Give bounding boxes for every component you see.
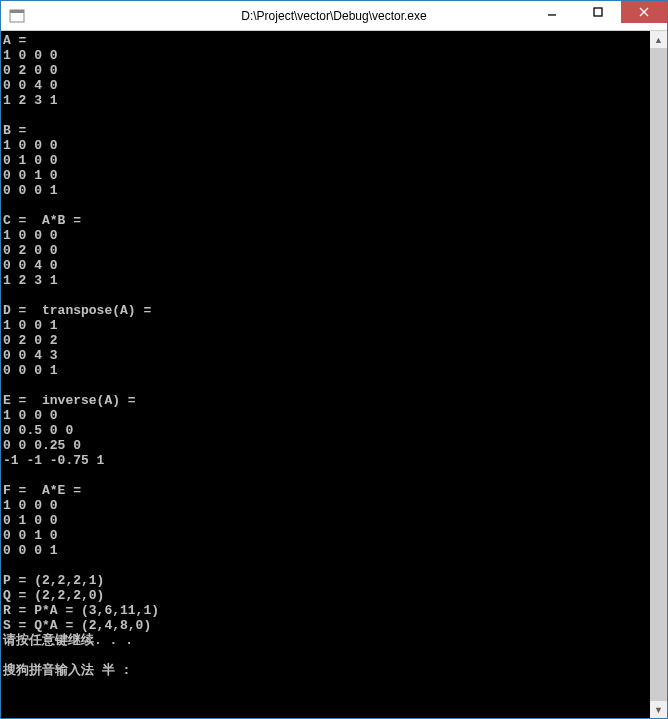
console-line: 0 2 0 0: [3, 63, 58, 78]
vertical-scrollbar[interactable]: ▲ ▼: [650, 31, 667, 718]
console-line: S = Q*A = (2,4,8,0): [3, 618, 151, 633]
console-line: A =: [3, 33, 26, 48]
scroll-thumb[interactable]: [650, 48, 667, 701]
console-window: D:\Project\vector\Debug\vector.exe A = 1…: [0, 0, 668, 719]
titlebar[interactable]: D:\Project\vector\Debug\vector.exe: [1, 1, 667, 31]
svg-rect-3: [594, 8, 602, 16]
content-wrapper: A = 1 0 0 0 0 2 0 0 0 0 4 0 1 2 3 1 B = …: [1, 31, 667, 718]
console-line: Q = (2,2,2,0): [3, 588, 104, 603]
console-line: 0 0 4 3: [3, 348, 58, 363]
console-line: 0 0 1 0: [3, 168, 58, 183]
console-line: 1 2 3 1: [3, 273, 58, 288]
console-line: 0 0 0.25 0: [3, 438, 81, 453]
console-line: D = transpose(A) =: [3, 303, 151, 318]
console-line: 0 2 0 0: [3, 243, 58, 258]
close-button[interactable]: [621, 1, 667, 23]
console-line: P = (2,2,2,1): [3, 573, 104, 588]
svg-rect-1: [10, 10, 24, 13]
console-line: 1 0 0 0: [3, 498, 58, 513]
scroll-up-button[interactable]: ▲: [650, 31, 667, 48]
minimize-button[interactable]: [529, 1, 575, 23]
ime-status: 搜狗拼音输入法 半 :: [3, 663, 130, 678]
console-line: 0 0 0 1: [3, 183, 58, 198]
console-line: 0 0 1 0: [3, 528, 58, 543]
console-line: E = inverse(A) =: [3, 393, 136, 408]
console-line: 0 1 0 0: [3, 153, 58, 168]
console-line: B =: [3, 123, 26, 138]
console-line: 1 0 0 0: [3, 228, 58, 243]
scroll-down-button[interactable]: ▼: [650, 701, 667, 718]
console-line: 请按任意键继续. . .: [3, 633, 133, 648]
console-line: 0 2 0 2: [3, 333, 58, 348]
console-line: C = A*B =: [3, 213, 81, 228]
scroll-track[interactable]: [650, 48, 667, 701]
console-line: 0 0 0 1: [3, 363, 58, 378]
console-line: F = A*E =: [3, 483, 81, 498]
console-output[interactable]: A = 1 0 0 0 0 2 0 0 0 0 4 0 1 2 3 1 B = …: [1, 31, 650, 718]
console-line: 1 0 0 0: [3, 408, 58, 423]
console-line: R = P*A = (3,6,11,1): [3, 603, 159, 618]
console-line: -1 -1 -0.75 1: [3, 453, 104, 468]
window-controls: [529, 1, 667, 30]
console-line: 0 0.5 0 0: [3, 423, 73, 438]
app-icon: [9, 8, 25, 24]
console-line: 1 2 3 1: [3, 93, 58, 108]
console-line: 0 0 4 0: [3, 78, 58, 93]
console-line: 0 0 4 0: [3, 258, 58, 273]
console-line: 1 0 0 0: [3, 138, 58, 153]
console-line: 1 0 0 0: [3, 48, 58, 63]
console-line: 1 0 0 1: [3, 318, 58, 333]
maximize-button[interactable]: [575, 1, 621, 23]
console-line: 0 0 0 1: [3, 543, 58, 558]
console-line: 0 1 0 0: [3, 513, 58, 528]
